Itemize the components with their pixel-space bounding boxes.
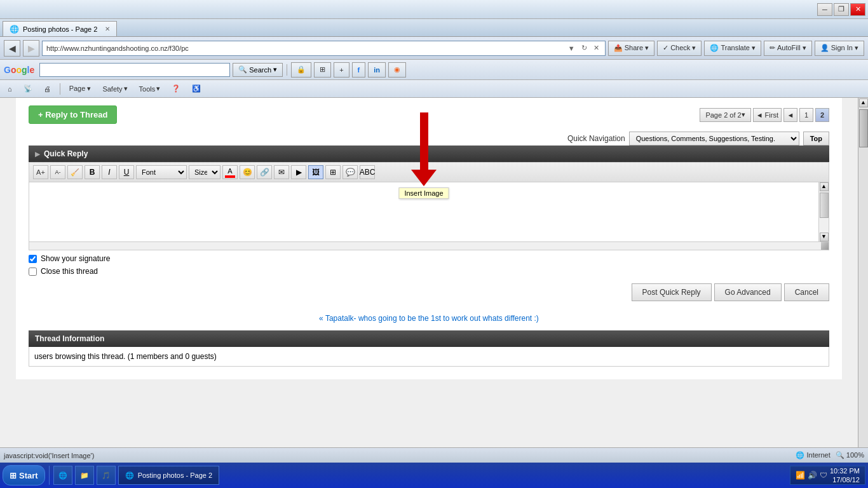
url-dropdown[interactable]: ▼ [566, 44, 577, 52]
accessibility-btn[interactable]: ♿ [188, 82, 205, 96]
search-dropdown-icon: ▾ [273, 65, 277, 74]
pagination: Page 2 of 2 ▾ ◄ First ◄ 1 2 [700, 108, 829, 122]
taskbar-sep1 [49, 466, 50, 485]
toolbar-home[interactable]: ⌂ [4, 82, 16, 96]
share-button[interactable]: 📤 Share ▾ [608, 41, 654, 56]
taskbar-window-icon: 🌐 [125, 471, 134, 480]
safety-menu[interactable]: Safety ▾ [98, 82, 131, 96]
main-scroll-up[interactable]: ▲ [859, 98, 868, 107]
scroll-thumb[interactable] [820, 193, 829, 218]
insert-image-btn[interactable]: 🖼 [308, 165, 323, 179]
linkedin-btn[interactable]: in [368, 62, 386, 78]
cancel-button[interactable]: Cancel [784, 283, 829, 301]
toolbar-print[interactable]: 🖨 [40, 82, 55, 96]
show-signature-label: Show your signature [41, 254, 110, 263]
system-clock: 10:32 PM 17/08/12 [830, 466, 860, 485]
google-search-input[interactable] [39, 63, 230, 77]
emoji-btn[interactable]: 😊 [240, 165, 255, 179]
insert-quote-btn[interactable]: 💬 [342, 165, 358, 179]
italic-btn[interactable]: I [102, 165, 117, 179]
page-menu[interactable]: Page ▾ [65, 82, 95, 96]
toolbar-rss[interactable]: 📡 [20, 82, 36, 96]
media-icon: 🎵 [102, 471, 111, 480]
font-size-decrease-btn[interactable]: A- [50, 165, 65, 179]
font-color-btn[interactable]: A [222, 165, 238, 179]
page-2-btn[interactable]: 2 [815, 108, 829, 122]
close-thread-checkbox[interactable] [29, 268, 37, 276]
quick-reply-header: ▶ Quick Reply [29, 146, 829, 162]
toolbar-extra-btn[interactable]: 🔒 [291, 62, 311, 78]
back-button[interactable]: ◀ [4, 40, 20, 57]
quick-reply-title: Quick Reply [44, 149, 88, 158]
facebook-btn[interactable]: f [352, 62, 366, 78]
quick-nav-select[interactable]: Questions, Comments, Suggestions, Testin… [629, 132, 799, 146]
editor-row: Insert Image ▲ ▼ [29, 182, 829, 241]
security-icon: 🛡 [820, 471, 827, 480]
main-scrollbar[interactable]: ▲ [858, 98, 868, 447]
prev-page-btn[interactable]: ◄ [783, 108, 797, 122]
signin-button[interactable]: 👤 Sign In ▾ [815, 41, 864, 56]
underline-btn[interactable]: U [119, 165, 134, 179]
remove-format-btn[interactable]: 🧹 [67, 165, 83, 179]
winamp-icon[interactable]: 🎵 [97, 466, 116, 485]
title-bar: ─ ❐ ✕ [0, 0, 868, 19]
stop-button[interactable]: ✕ [592, 44, 601, 52]
scroll-up-btn[interactable]: ▲ [820, 182, 829, 191]
check-button[interactable]: ✓ Check ▾ [657, 41, 702, 56]
font-size-increase-btn[interactable]: A+ [33, 165, 48, 179]
page-1-btn[interactable]: 1 [799, 108, 813, 122]
go-advanced-button[interactable]: Go Advanced [714, 283, 782, 301]
editor-scrollbar[interactable]: ▲ ▼ [818, 182, 829, 241]
toolbar-plus-btn[interactable]: + [334, 62, 349, 78]
main-scroll-thumb[interactable] [859, 109, 868, 147]
post-quick-reply-button[interactable]: Post Quick Reply [632, 283, 712, 301]
page-header: + Reply to Thread Page 2 of 2 ▾ ◄ First … [29, 105, 829, 124]
insert-video-btn[interactable]: ▶ [291, 165, 306, 179]
ie-icon[interactable]: 🌐 [53, 466, 72, 485]
thread-info-section: Thread Information users browsing this t… [29, 330, 829, 367]
active-window-taskbar[interactable]: 🌐 Posting photos - Page 2 [118, 466, 219, 485]
tools-menu[interactable]: Tools ▾ [135, 82, 165, 96]
google-logo: Google [4, 65, 34, 75]
page-wrapper: + Reply to Thread Page 2 of 2 ▾ ◄ First … [0, 98, 868, 447]
restore-button[interactable]: ❐ [834, 3, 849, 16]
bottom-buttons: Post Quick Reply Go Advanced Cancel [29, 283, 829, 301]
autofill-button[interactable]: ✏ AutoFill ▾ [764, 41, 812, 56]
clock-date: 17/08/12 [830, 475, 860, 484]
url-bar: http://www.nzhuntingandshooting.co.nz/f3… [42, 41, 606, 56]
first-page-btn[interactable]: ◄ First [753, 108, 782, 122]
insert-link-btn[interactable]: 🔗 [257, 165, 272, 179]
active-tab[interactable]: 🌐 Posting photos - Page 2 ✕ [3, 21, 117, 36]
toolbar-separator [287, 64, 287, 76]
font-selector[interactable]: Font [136, 165, 187, 179]
rss-btn[interactable]: ◉ [388, 62, 406, 78]
quick-nav-top-btn[interactable]: Top [803, 132, 829, 146]
insert-email-btn[interactable]: ✉ [274, 165, 289, 179]
start-button[interactable]: ⊞ Start [3, 465, 45, 485]
reply-thread-button[interactable]: + Reply to Thread [29, 105, 117, 124]
page-selector-btn[interactable]: Page 2 of 2 ▾ [700, 108, 750, 122]
minimize-button[interactable]: ─ [817, 3, 832, 16]
spell-check-btn[interactable]: ABC [360, 165, 375, 179]
google-search-button[interactable]: 🔍 Search ▾ [233, 63, 283, 77]
toolbar-grid-btn[interactable]: ⊞ [314, 62, 331, 78]
bold-btn[interactable]: B [85, 165, 100, 179]
tab-close-button[interactable]: ✕ [105, 25, 110, 32]
forward-button[interactable]: ▶ [23, 40, 39, 57]
file-explorer-icon[interactable]: 📁 [75, 466, 94, 485]
quick-nav-label: Quick Navigation [567, 134, 625, 143]
show-signature-checkbox[interactable] [29, 255, 37, 263]
insert-table-btn[interactable]: ⊞ [325, 165, 341, 179]
section-arrow-icon: ▶ [35, 151, 40, 158]
close-thread-row: Close this thread [29, 267, 829, 276]
translate-button[interactable]: 🌐 Translate ▾ [704, 41, 761, 56]
close-button[interactable]: ✕ [850, 3, 865, 16]
size-selector[interactable]: Size [189, 165, 220, 179]
resize-handle[interactable] [821, 242, 829, 250]
quick-reply-section: ▶ Quick Reply A+ A- 🧹 B I U [29, 146, 829, 301]
system-tray: 📶 🔊 🛡 10:32 PM 17/08/12 [790, 466, 865, 485]
refresh-button[interactable]: ↻ [580, 44, 589, 52]
help-btn[interactable]: ❓ [168, 82, 184, 96]
scroll-down-btn[interactable]: ▼ [820, 233, 829, 241]
thread-nav-link[interactable]: « Tapatalk- whos going to be the 1st to … [319, 314, 539, 323]
